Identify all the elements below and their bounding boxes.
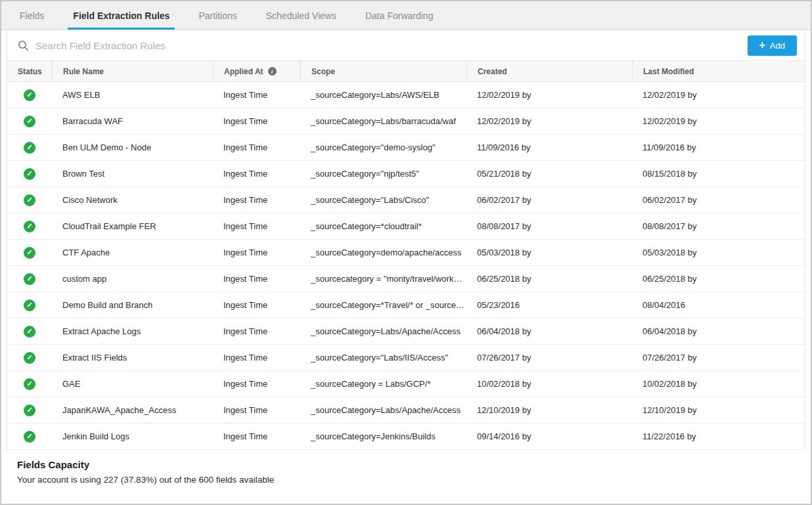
table-row[interactable]: ✓ GAE Ingest Time _sourceCategory = Labs… bbox=[7, 371, 805, 397]
table-row[interactable]: ✓ Extract Apache Logs Ingest Time _sourc… bbox=[7, 318, 805, 345]
last-modified-cell: 07/26/2017 by bbox=[632, 353, 805, 362]
applied-at-cell: Ingest Time bbox=[213, 405, 300, 415]
table-row[interactable]: ✓ Extract IIS Fields Ingest Time _source… bbox=[7, 345, 805, 371]
applied-at-cell: Ingest Time bbox=[213, 326, 300, 336]
column-header-status[interactable]: Status bbox=[7, 61, 52, 81]
column-header-scope[interactable]: Scope bbox=[300, 61, 466, 81]
status-cell: ✓ bbox=[7, 326, 52, 338]
scope-cell: _sourceCategory="Labs/IIS/Access" bbox=[300, 353, 466, 362]
scope-cell: _sourceCategory=*Travel/* or _source… bbox=[300, 300, 466, 310]
status-cell: ✓ bbox=[7, 168, 52, 180]
applied-at-cell: Ingest Time bbox=[213, 116, 300, 126]
table-row[interactable]: ✓ Barracuda WAF Ingest Time _sourceCateg… bbox=[7, 108, 805, 135]
rule-name-cell[interactable]: GAE bbox=[52, 379, 213, 389]
column-header-created[interactable]: Created bbox=[466, 61, 632, 81]
search-input[interactable] bbox=[35, 40, 748, 51]
tab-data-forwarding[interactable]: Data Forwarding bbox=[355, 1, 444, 30]
status-cell: ✓ bbox=[7, 221, 52, 232]
status-cell: ✓ bbox=[7, 352, 52, 364]
created-cell: 05/23/2016 bbox=[466, 300, 632, 310]
column-header-applied-at[interactable]: Applied At i bbox=[213, 61, 300, 81]
status-cell: ✓ bbox=[7, 89, 52, 101]
last-modified-cell: 06/25/2018 by bbox=[632, 274, 805, 284]
tab-field-extraction-rules[interactable]: Field Extraction Rules bbox=[62, 1, 180, 30]
table-row[interactable]: ✓ Ben ULM Demo - Node Ingest Time _sourc… bbox=[7, 135, 805, 161]
status-cell: ✓ bbox=[7, 273, 52, 285]
table-row[interactable]: ✓ JapanKAWA_Apache_Access Ingest Time _s… bbox=[7, 397, 805, 424]
tab-partitions[interactable]: Partitions bbox=[188, 1, 247, 30]
table-row[interactable]: ✓ Demo Build and Branch Ingest Time _sou… bbox=[7, 292, 805, 318]
status-enabled-check-icon: ✓ bbox=[24, 405, 35, 416]
created-cell: 12/02/2019 by bbox=[466, 116, 632, 126]
status-enabled-check-icon: ✓ bbox=[24, 142, 35, 154]
created-cell: 11/09/2016 by bbox=[466, 143, 632, 152]
tab-bar: Fields Field Extraction Rules Partitions… bbox=[1, 1, 811, 30]
fields-capacity-text: Your account is using 227 (37.83%) out o… bbox=[17, 475, 795, 485]
status-enabled-check-icon: ✓ bbox=[24, 326, 35, 338]
status-cell: ✓ bbox=[7, 142, 52, 154]
rule-name-cell[interactable]: CTF Apache bbox=[52, 248, 213, 257]
table-row[interactable]: ✓ Cisco Network Ingest Time _sourceCateg… bbox=[7, 187, 805, 213]
created-cell: 05/03/2018 by bbox=[466, 248, 632, 257]
table-row[interactable]: ✓ Brown Test Ingest Time _sourceCategory… bbox=[7, 161, 805, 187]
last-modified-cell: 10/02/2018 by bbox=[632, 379, 805, 389]
table-row[interactable]: ✓ Jenkin Build Logs Ingest Time _sourceC… bbox=[7, 424, 805, 450]
created-cell: 06/25/2018 by bbox=[466, 274, 632, 284]
last-modified-cell: 08/15/2018 by bbox=[632, 169, 805, 179]
rule-name-cell[interactable]: Cisco Network bbox=[52, 195, 213, 205]
applied-at-cell: Ingest Time bbox=[213, 169, 300, 179]
applied-at-cell: Ingest Time bbox=[213, 431, 300, 441]
column-header-last-modified[interactable]: Last Modified bbox=[632, 61, 805, 81]
created-cell: 06/04/2018 by bbox=[466, 326, 632, 336]
rule-name-cell[interactable]: AWS ELB bbox=[52, 90, 213, 100]
status-enabled-check-icon: ✓ bbox=[24, 194, 35, 206]
created-cell: 08/08/2017 by bbox=[466, 221, 632, 231]
scope-cell: _sourceCategory=Labs/AWS/ELB bbox=[300, 90, 466, 100]
applied-at-cell: Ingest Time bbox=[213, 379, 300, 389]
rule-name-cell[interactable]: Brown Test bbox=[52, 169, 213, 179]
tab-scheduled-views[interactable]: Scheduled Views bbox=[256, 1, 347, 30]
fields-capacity-footer: Fields Capacity Your account is using 22… bbox=[1, 450, 811, 485]
rule-name-cell[interactable]: custom app bbox=[52, 274, 213, 284]
table-row[interactable]: ✓ CTF Apache Ingest Time _sourceCategory… bbox=[7, 240, 805, 266]
status-enabled-check-icon: ✓ bbox=[24, 378, 35, 390]
last-modified-cell: 08/08/2017 by bbox=[632, 221, 805, 231]
scope-cell: _sourceCategory=Labs/Apache/Access bbox=[300, 326, 466, 336]
applied-at-cell: Ingest Time bbox=[213, 143, 300, 152]
applied-at-cell: Ingest Time bbox=[213, 90, 300, 100]
status-cell: ✓ bbox=[7, 194, 52, 206]
rule-name-cell[interactable]: Barracuda WAF bbox=[52, 116, 213, 126]
status-enabled-check-icon: ✓ bbox=[24, 299, 35, 311]
rule-name-cell[interactable]: Ben ULM Demo - Node bbox=[52, 143, 213, 152]
table-row[interactable]: ✓ CloudTrail Example FER Ingest Time _so… bbox=[7, 213, 805, 240]
applied-at-cell: Ingest Time bbox=[213, 274, 300, 284]
fields-capacity-title: Fields Capacity bbox=[17, 459, 795, 470]
table-row[interactable]: ✓ AWS ELB Ingest Time _sourceCategory=La… bbox=[7, 82, 805, 108]
rule-name-cell[interactable]: Extract Apache Logs bbox=[52, 326, 213, 336]
scope-cell: _sourceCategory=Jenkins/Builds bbox=[300, 431, 466, 441]
scope-cell: _sourceCategory=Labs/Apache/Access bbox=[300, 405, 466, 415]
column-header-rule-name[interactable]: Rule Name bbox=[52, 61, 213, 81]
last-modified-cell: 06/02/2017 by bbox=[632, 195, 805, 205]
scope-cell: _sourceCategory = Labs/GCP/* bbox=[300, 379, 466, 389]
status-enabled-check-icon: ✓ bbox=[24, 431, 35, 443]
status-enabled-check-icon: ✓ bbox=[24, 89, 35, 101]
add-button[interactable]: + Add bbox=[748, 35, 797, 56]
rule-name-cell[interactable]: JapanKAWA_Apache_Access bbox=[52, 405, 213, 415]
applied-at-cell: Ingest Time bbox=[213, 221, 300, 231]
table-row[interactable]: ✓ custom app Ingest Time _sourcecategory… bbox=[7, 266, 805, 292]
last-modified-cell: 12/02/2019 by bbox=[632, 116, 805, 126]
rule-name-cell[interactable]: CloudTrail Example FER bbox=[52, 221, 213, 231]
table-header: Status Rule Name Applied At i Scope Crea… bbox=[7, 60, 805, 82]
rule-name-cell[interactable]: Jenkin Build Logs bbox=[52, 431, 213, 441]
rule-name-cell[interactable]: Demo Build and Branch bbox=[52, 300, 213, 310]
scope-cell: _sourceCategory=demo/apache/access bbox=[300, 248, 466, 257]
status-cell: ✓ bbox=[7, 299, 52, 311]
info-icon[interactable]: i bbox=[268, 67, 277, 76]
tab-fields[interactable]: Fields bbox=[9, 1, 55, 30]
rule-name-cell[interactable]: Extract IIS Fields bbox=[52, 353, 213, 362]
scope-cell: _sourceCategory="demo-syslog" bbox=[300, 143, 466, 152]
status-enabled-check-icon: ✓ bbox=[24, 352, 35, 364]
created-cell: 06/02/2017 by bbox=[466, 195, 632, 205]
created-cell: 07/26/2017 by bbox=[466, 353, 632, 362]
